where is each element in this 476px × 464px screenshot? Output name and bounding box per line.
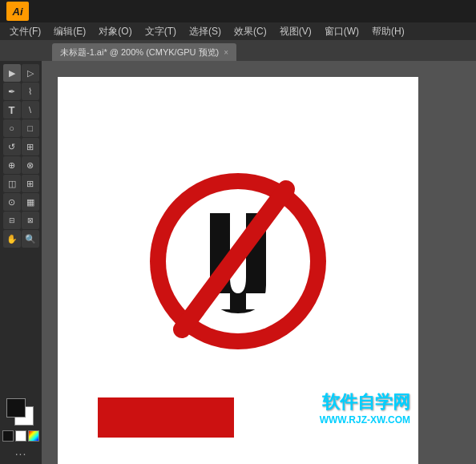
eyedropper-tool[interactable]: ⊙: [3, 193, 21, 211]
color-icon[interactable]: [28, 430, 39, 442]
slice-tool[interactable]: ⊠: [22, 212, 39, 229]
menu-window[interactable]: 窗口(W): [318, 23, 365, 40]
hand-tool[interactable]: ✋: [3, 230, 21, 248]
document-tab[interactable]: 未标题-1.ai* @ 200% (CMYK/GPU 预览) ×: [52, 43, 236, 61]
color-swatches[interactable]: [6, 398, 35, 427]
rect-tool[interactable]: □: [22, 119, 39, 137]
watermark-title: 软件自学网: [320, 390, 410, 414]
mesh-tool[interactable]: ⊞: [22, 175, 39, 192]
no-slash: [150, 173, 326, 349]
curvature-tool[interactable]: ⌇: [22, 83, 39, 100]
watermark-url: WWW.RJZ-XW.COM: [320, 414, 410, 426]
rotate-tool[interactable]: ↺: [3, 138, 21, 155]
pen-tool[interactable]: ✒: [3, 83, 21, 100]
menu-select[interactable]: 选择(S): [183, 23, 228, 40]
canvas-area[interactable]: 软件自学网 WWW.RJZ-XW.COM: [42, 61, 476, 464]
left-toolbar: ▶ ▷ ✒ ⌇ T \ ○ □ ↺ ⊞ ⊕ ⊗ ◫ ⊞: [0, 61, 42, 464]
swap-colors-icon[interactable]: [2, 430, 14, 442]
shape-builder-tool[interactable]: ⊗: [22, 156, 39, 174]
tab-close-button[interactable]: ×: [224, 48, 228, 57]
tab-bar: 未标题-1.ai* @ 200% (CMYK/GPU 预览) ×: [0, 40, 476, 61]
menu-edit[interactable]: 编辑(E): [47, 23, 92, 40]
artboard: 软件自学网 WWW.RJZ-XW.COM: [58, 77, 418, 464]
app-logo: Ai: [6, 2, 29, 21]
gradient-tool[interactable]: ◫: [3, 175, 21, 192]
menu-view[interactable]: 视图(V): [273, 23, 318, 40]
direct-selection-tool[interactable]: ▷: [22, 64, 39, 82]
menu-help[interactable]: 帮助(H): [365, 23, 411, 40]
main-area: ▶ ▷ ✒ ⌇ T \ ○ □ ↺ ⊞ ⊕ ⊗ ◫ ⊞: [0, 61, 476, 464]
selection-tool[interactable]: ▶: [3, 64, 21, 82]
more-tools-button[interactable]: ...: [15, 445, 27, 458]
menu-bar: 文件(F) 编辑(E) 对象(O) 文字(T) 选择(S) 效果(C) 视图(V…: [0, 22, 476, 40]
ellipse-tool[interactable]: ○: [3, 119, 21, 137]
line-tool[interactable]: \: [22, 101, 39, 119]
tab-label: 未标题-1.ai* @ 200% (CMYK/GPU 预览): [60, 46, 219, 59]
color-section: ...: [0, 395, 42, 461]
no-color-icon[interactable]: [15, 430, 26, 442]
menu-object[interactable]: 对象(O): [92, 23, 138, 40]
warp-tool[interactable]: ⊕: [3, 156, 21, 174]
svg-line-2: [182, 189, 286, 329]
red-rectangle: [98, 397, 234, 438]
no-magnet-sign: [150, 173, 326, 349]
menu-text[interactable]: 文字(T): [139, 23, 183, 40]
chart-tool[interactable]: ▦: [22, 193, 39, 211]
menu-effect[interactable]: 效果(C): [228, 23, 273, 40]
watermark: 软件自学网 WWW.RJZ-XW.COM: [320, 390, 410, 426]
type-tool[interactable]: T: [3, 101, 21, 119]
scale-tool[interactable]: ⊞: [22, 138, 39, 155]
menu-file[interactable]: 文件(F): [3, 23, 47, 40]
foreground-color-swatch[interactable]: [6, 398, 26, 418]
title-bar: Ai: [0, 0, 476, 22]
zoom-tool[interactable]: 🔍: [22, 230, 39, 248]
artboard-tool[interactable]: ⊟: [3, 212, 21, 229]
